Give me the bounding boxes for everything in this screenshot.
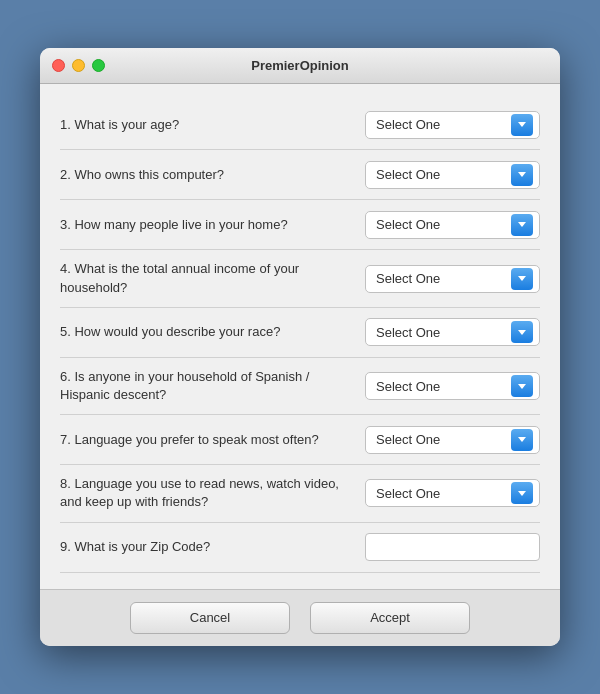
- maximize-button[interactable]: [92, 59, 105, 72]
- traffic-lights: [52, 59, 105, 72]
- dropdown-label-2: Select One: [376, 167, 440, 182]
- input-wrapper-5: Select One: [365, 318, 540, 346]
- dropdown-6[interactable]: Select One: [365, 372, 540, 400]
- question-text-7: 7. Language you prefer to speak most oft…: [60, 431, 365, 449]
- accept-button[interactable]: Accept: [310, 602, 470, 634]
- content-wrapper: 1. What is your age?Select One2. Who own…: [40, 84, 560, 588]
- zip-code-input[interactable]: [365, 533, 540, 561]
- question-row-6: 6. Is anyone in your household of Spanis…: [60, 358, 540, 415]
- question-text-6: 6. Is anyone in your household of Spanis…: [60, 368, 365, 404]
- input-wrapper-6: Select One: [365, 372, 540, 400]
- input-wrapper-2: Select One: [365, 161, 540, 189]
- question-row-1: 1. What is your age?Select One: [60, 100, 540, 150]
- input-wrapper-1: Select One: [365, 111, 540, 139]
- cancel-button[interactable]: Cancel: [130, 602, 290, 634]
- window-title: PremierOpinion: [251, 58, 349, 73]
- dropdown-arrow-icon-6: [511, 375, 533, 397]
- input-wrapper-7: Select One: [365, 426, 540, 454]
- close-button[interactable]: [52, 59, 65, 72]
- input-wrapper-8: Select One: [365, 479, 540, 507]
- question-text-8: 8. Language you use to read news, watch …: [60, 475, 365, 511]
- question-row-7: 7. Language you prefer to speak most oft…: [60, 415, 540, 465]
- dropdown-2[interactable]: Select One: [365, 161, 540, 189]
- question-text-1: 1. What is your age?: [60, 116, 365, 134]
- question-row-3: 3. How many people live in your home?Sel…: [60, 200, 540, 250]
- questions-content: 1. What is your age?Select One2. Who own…: [40, 84, 560, 588]
- dropdown-arrow-icon-1: [511, 114, 533, 136]
- dropdown-label-4: Select One: [376, 271, 440, 286]
- minimize-button[interactable]: [72, 59, 85, 72]
- dropdown-4[interactable]: Select One: [365, 265, 540, 293]
- question-text-3: 3. How many people live in your home?: [60, 216, 365, 234]
- dropdown-label-1: Select One: [376, 117, 440, 132]
- dropdown-8[interactable]: Select One: [365, 479, 540, 507]
- input-wrapper-9: [365, 533, 540, 561]
- question-text-9: 9. What is your Zip Code?: [60, 538, 365, 556]
- dropdown-5[interactable]: Select One: [365, 318, 540, 346]
- footer: Cancel Accept: [40, 589, 560, 646]
- question-row-8: 8. Language you use to read news, watch …: [60, 465, 540, 522]
- question-text-2: 2. Who owns this computer?: [60, 166, 365, 184]
- question-row-4: 4. What is the total annual income of yo…: [60, 250, 540, 307]
- question-text-4: 4. What is the total annual income of yo…: [60, 260, 365, 296]
- question-row-2: 2. Who owns this computer?Select One: [60, 150, 540, 200]
- question-row-5: 5. How would you describe your race?Sele…: [60, 308, 540, 358]
- dropdown-3[interactable]: Select One: [365, 211, 540, 239]
- dropdown-label-6: Select One: [376, 379, 440, 394]
- main-window: PremierOpinion 1. What is your age?Selec…: [40, 48, 560, 645]
- question-text-5: 5. How would you describe your race?: [60, 323, 365, 341]
- dropdown-label-3: Select One: [376, 217, 440, 232]
- input-wrapper-3: Select One: [365, 211, 540, 239]
- dropdown-arrow-icon-4: [511, 268, 533, 290]
- question-row-9: 9. What is your Zip Code?: [60, 523, 540, 573]
- dropdown-arrow-icon-5: [511, 321, 533, 343]
- dropdown-arrow-icon-7: [511, 429, 533, 451]
- dropdown-arrow-icon-3: [511, 214, 533, 236]
- input-wrapper-4: Select One: [365, 265, 540, 293]
- dropdown-label-5: Select One: [376, 325, 440, 340]
- dropdown-arrow-icon-2: [511, 164, 533, 186]
- titlebar: PremierOpinion: [40, 48, 560, 84]
- dropdown-1[interactable]: Select One: [365, 111, 540, 139]
- dropdown-label-7: Select One: [376, 432, 440, 447]
- dropdown-7[interactable]: Select One: [365, 426, 540, 454]
- dropdown-arrow-icon-8: [511, 482, 533, 504]
- dropdown-label-8: Select One: [376, 486, 440, 501]
